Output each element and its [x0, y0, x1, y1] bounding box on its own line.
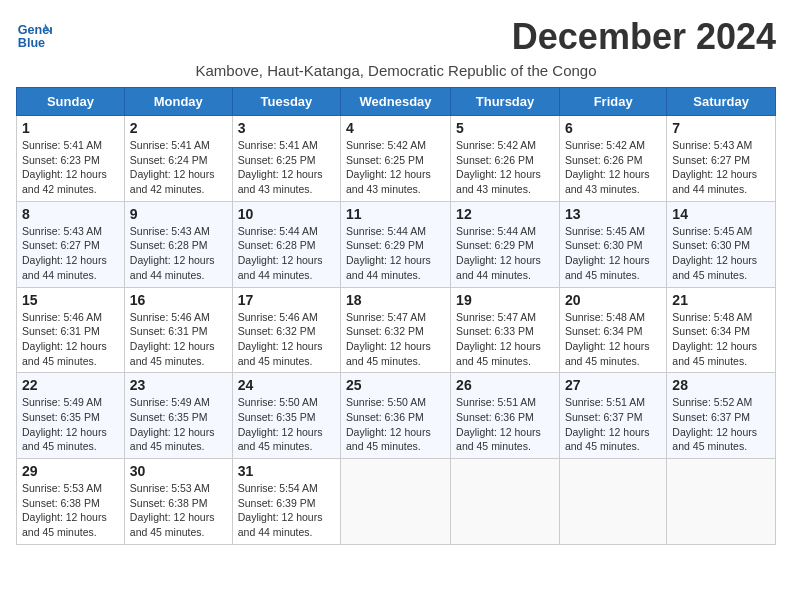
calendar-cell: 29 Sunrise: 5:53 AMSunset: 6:38 PMDaylig…	[17, 459, 125, 545]
calendar-cell: 22 Sunrise: 5:49 AMSunset: 6:35 PMDaylig…	[17, 373, 125, 459]
day-info: Sunrise: 5:42 AMSunset: 6:26 PMDaylight:…	[456, 139, 541, 195]
calendar-cell: 16 Sunrise: 5:46 AMSunset: 6:31 PMDaylig…	[124, 287, 232, 373]
day-number: 25	[346, 377, 445, 393]
day-info: Sunrise: 5:48 AMSunset: 6:34 PMDaylight:…	[565, 311, 650, 367]
calendar-cell: 5 Sunrise: 5:42 AMSunset: 6:26 PMDayligh…	[451, 116, 560, 202]
day-info: Sunrise: 5:53 AMSunset: 6:38 PMDaylight:…	[22, 482, 107, 538]
calendar-cell: 2 Sunrise: 5:41 AMSunset: 6:24 PMDayligh…	[124, 116, 232, 202]
day-number: 17	[238, 292, 335, 308]
calendar-cell: 6 Sunrise: 5:42 AMSunset: 6:26 PMDayligh…	[559, 116, 666, 202]
calendar-cell: 30 Sunrise: 5:53 AMSunset: 6:38 PMDaylig…	[124, 459, 232, 545]
calendar-cell: 11 Sunrise: 5:44 AMSunset: 6:29 PMDaylig…	[341, 201, 451, 287]
day-info: Sunrise: 5:51 AMSunset: 6:37 PMDaylight:…	[565, 396, 650, 452]
day-info: Sunrise: 5:48 AMSunset: 6:34 PMDaylight:…	[672, 311, 757, 367]
col-header-sunday: Sunday	[17, 88, 125, 116]
calendar-cell: 4 Sunrise: 5:42 AMSunset: 6:25 PMDayligh…	[341, 116, 451, 202]
day-number: 7	[672, 120, 770, 136]
calendar-cell: 26 Sunrise: 5:51 AMSunset: 6:36 PMDaylig…	[451, 373, 560, 459]
calendar-cell: 7 Sunrise: 5:43 AMSunset: 6:27 PMDayligh…	[667, 116, 776, 202]
calendar-cell: 23 Sunrise: 5:49 AMSunset: 6:35 PMDaylig…	[124, 373, 232, 459]
day-info: Sunrise: 5:42 AMSunset: 6:26 PMDaylight:…	[565, 139, 650, 195]
day-info: Sunrise: 5:43 AMSunset: 6:27 PMDaylight:…	[672, 139, 757, 195]
day-info: Sunrise: 5:47 AMSunset: 6:32 PMDaylight:…	[346, 311, 431, 367]
day-info: Sunrise: 5:44 AMSunset: 6:28 PMDaylight:…	[238, 225, 323, 281]
col-header-saturday: Saturday	[667, 88, 776, 116]
calendar-cell	[341, 459, 451, 545]
col-header-friday: Friday	[559, 88, 666, 116]
day-info: Sunrise: 5:45 AMSunset: 6:30 PMDaylight:…	[672, 225, 757, 281]
day-info: Sunrise: 5:50 AMSunset: 6:35 PMDaylight:…	[238, 396, 323, 452]
page-header: General Blue December 2024	[16, 16, 776, 58]
day-number: 24	[238, 377, 335, 393]
calendar-cell: 31 Sunrise: 5:54 AMSunset: 6:39 PMDaylig…	[232, 459, 340, 545]
week-row-4: 22 Sunrise: 5:49 AMSunset: 6:35 PMDaylig…	[17, 373, 776, 459]
calendar-cell: 1 Sunrise: 5:41 AMSunset: 6:23 PMDayligh…	[17, 116, 125, 202]
day-number: 9	[130, 206, 227, 222]
calendar-cell: 28 Sunrise: 5:52 AMSunset: 6:37 PMDaylig…	[667, 373, 776, 459]
day-number: 30	[130, 463, 227, 479]
calendar-cell: 21 Sunrise: 5:48 AMSunset: 6:34 PMDaylig…	[667, 287, 776, 373]
calendar-cell: 12 Sunrise: 5:44 AMSunset: 6:29 PMDaylig…	[451, 201, 560, 287]
day-number: 31	[238, 463, 335, 479]
calendar-cell	[667, 459, 776, 545]
day-info: Sunrise: 5:46 AMSunset: 6:32 PMDaylight:…	[238, 311, 323, 367]
calendar-cell: 10 Sunrise: 5:44 AMSunset: 6:28 PMDaylig…	[232, 201, 340, 287]
week-row-2: 8 Sunrise: 5:43 AMSunset: 6:27 PMDayligh…	[17, 201, 776, 287]
day-info: Sunrise: 5:43 AMSunset: 6:27 PMDaylight:…	[22, 225, 107, 281]
day-info: Sunrise: 5:46 AMSunset: 6:31 PMDaylight:…	[130, 311, 215, 367]
day-info: Sunrise: 5:45 AMSunset: 6:30 PMDaylight:…	[565, 225, 650, 281]
day-info: Sunrise: 5:49 AMSunset: 6:35 PMDaylight:…	[130, 396, 215, 452]
calendar-cell: 13 Sunrise: 5:45 AMSunset: 6:30 PMDaylig…	[559, 201, 666, 287]
day-number: 21	[672, 292, 770, 308]
day-info: Sunrise: 5:41 AMSunset: 6:25 PMDaylight:…	[238, 139, 323, 195]
day-info: Sunrise: 5:43 AMSunset: 6:28 PMDaylight:…	[130, 225, 215, 281]
day-number: 2	[130, 120, 227, 136]
calendar-cell: 25 Sunrise: 5:50 AMSunset: 6:36 PMDaylig…	[341, 373, 451, 459]
day-info: Sunrise: 5:42 AMSunset: 6:25 PMDaylight:…	[346, 139, 431, 195]
day-info: Sunrise: 5:46 AMSunset: 6:31 PMDaylight:…	[22, 311, 107, 367]
day-number: 14	[672, 206, 770, 222]
day-number: 27	[565, 377, 661, 393]
col-header-monday: Monday	[124, 88, 232, 116]
day-info: Sunrise: 5:53 AMSunset: 6:38 PMDaylight:…	[130, 482, 215, 538]
day-number: 23	[130, 377, 227, 393]
calendar-cell	[559, 459, 666, 545]
calendar-cell: 15 Sunrise: 5:46 AMSunset: 6:31 PMDaylig…	[17, 287, 125, 373]
col-header-thursday: Thursday	[451, 88, 560, 116]
week-row-1: 1 Sunrise: 5:41 AMSunset: 6:23 PMDayligh…	[17, 116, 776, 202]
calendar-table: SundayMondayTuesdayWednesdayThursdayFrid…	[16, 87, 776, 545]
calendar-cell	[451, 459, 560, 545]
calendar-cell: 3 Sunrise: 5:41 AMSunset: 6:25 PMDayligh…	[232, 116, 340, 202]
day-number: 12	[456, 206, 554, 222]
day-info: Sunrise: 5:49 AMSunset: 6:35 PMDaylight:…	[22, 396, 107, 452]
month-year-title: December 2024	[512, 16, 776, 58]
day-number: 16	[130, 292, 227, 308]
day-number: 26	[456, 377, 554, 393]
day-info: Sunrise: 5:52 AMSunset: 6:37 PMDaylight:…	[672, 396, 757, 452]
col-header-wednesday: Wednesday	[341, 88, 451, 116]
day-info: Sunrise: 5:44 AMSunset: 6:29 PMDaylight:…	[346, 225, 431, 281]
location-subtitle: Kambove, Haut-Katanga, Democratic Republ…	[16, 62, 776, 79]
day-number: 29	[22, 463, 119, 479]
day-number: 5	[456, 120, 554, 136]
day-number: 6	[565, 120, 661, 136]
day-info: Sunrise: 5:54 AMSunset: 6:39 PMDaylight:…	[238, 482, 323, 538]
day-info: Sunrise: 5:47 AMSunset: 6:33 PMDaylight:…	[456, 311, 541, 367]
day-number: 15	[22, 292, 119, 308]
day-number: 18	[346, 292, 445, 308]
day-info: Sunrise: 5:44 AMSunset: 6:29 PMDaylight:…	[456, 225, 541, 281]
day-number: 20	[565, 292, 661, 308]
day-number: 11	[346, 206, 445, 222]
svg-text:Blue: Blue	[18, 36, 45, 50]
calendar-cell: 8 Sunrise: 5:43 AMSunset: 6:27 PMDayligh…	[17, 201, 125, 287]
day-number: 1	[22, 120, 119, 136]
day-info: Sunrise: 5:51 AMSunset: 6:36 PMDaylight:…	[456, 396, 541, 452]
day-info: Sunrise: 5:41 AMSunset: 6:23 PMDaylight:…	[22, 139, 107, 195]
day-number: 8	[22, 206, 119, 222]
calendar-cell: 17 Sunrise: 5:46 AMSunset: 6:32 PMDaylig…	[232, 287, 340, 373]
day-number: 3	[238, 120, 335, 136]
week-row-5: 29 Sunrise: 5:53 AMSunset: 6:38 PMDaylig…	[17, 459, 776, 545]
calendar-cell: 14 Sunrise: 5:45 AMSunset: 6:30 PMDaylig…	[667, 201, 776, 287]
calendar-cell: 9 Sunrise: 5:43 AMSunset: 6:28 PMDayligh…	[124, 201, 232, 287]
day-number: 28	[672, 377, 770, 393]
